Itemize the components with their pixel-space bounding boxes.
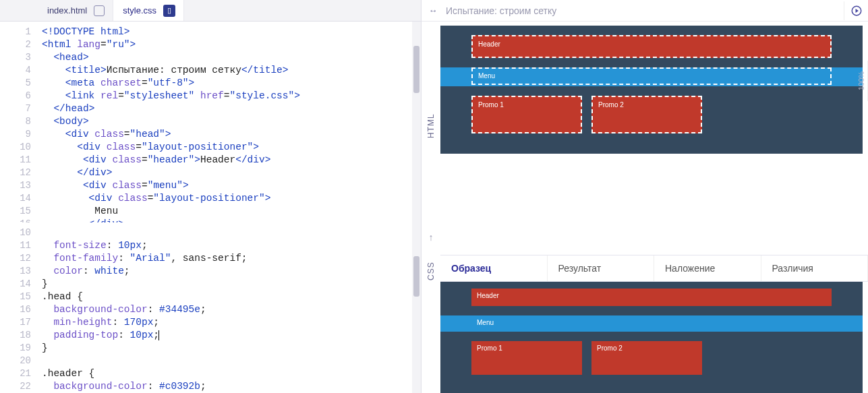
tab-label: style.css <box>123 5 156 16</box>
side-label-css[interactable]: CSS <box>422 251 440 291</box>
side-labels: HTML ↑ CSS <box>422 22 440 393</box>
blank-gap <box>440 154 868 255</box>
sample-promo-2: Promo 2 <box>591 341 702 375</box>
tab-overlay[interactable]: Наложение <box>654 255 761 281</box>
app-root: index.html style.css ▯ 12345678910111213… <box>0 0 868 393</box>
line-gutter: 10111213141516171819202122 <box>0 222 38 393</box>
preview-header: ↔ Испытание: строим сетку <box>422 0 868 22</box>
result-tabs: Образец Результат Наложение Различия <box>440 255 868 282</box>
tab-style-css[interactable]: style.css ▯ <box>113 0 184 21</box>
preview-header-block: Header <box>471 35 832 58</box>
preview-title: Испытание: строим сетку <box>446 5 837 16</box>
preview-promo-2: Promo 2 <box>591 96 702 133</box>
scrollbar[interactable] <box>412 22 421 222</box>
side-label-html[interactable]: HTML <box>422 22 440 231</box>
sample-menu-bar <box>440 315 863 332</box>
file-tabs-bar: index.html style.css ▯ <box>0 0 421 22</box>
editor-pane: index.html style.css ▯ 12345678910111213… <box>0 0 422 393</box>
scrollbar-thumb[interactable] <box>413 256 419 297</box>
editors-container: 12345678910111213141516 <!DOCTYPE html> … <box>0 22 421 393</box>
split-icon[interactable] <box>94 5 105 16</box>
sample-menu-block: Menu <box>471 315 499 332</box>
tab-label: index.html <box>47 5 87 16</box>
resize-icon[interactable]: ↔ <box>427 5 439 17</box>
preview-menu-block: Menu <box>471 67 832 85</box>
code-area-css[interactable]: font-size: 10px; font-family: "Arial", s… <box>38 222 421 393</box>
preview-pane: ↔ Испытание: строим сетку HTML ↑ CSS Hea… <box>422 0 868 393</box>
sample-promo-1: Promo 1 <box>471 341 582 375</box>
split-icon[interactable]: ▯ <box>163 5 175 17</box>
gutter-spacer <box>0 0 38 21</box>
tab-sample[interactable]: Образец <box>440 255 548 281</box>
zoom-indicator[interactable]: 100% <box>855 61 868 101</box>
scrollbar-thumb[interactable] <box>413 46 419 93</box>
preview-stack: HTML ↑ CSS Header Menu Promo 1 Promo 2 О… <box>422 22 868 393</box>
preview-column: Header Menu Promo 1 Promo 2 Образец Резу… <box>440 22 868 393</box>
scrollbar[interactable] <box>412 222 421 393</box>
preview-promo-1: Promo 1 <box>471 96 582 133</box>
live-preview[interactable]: Header Menu Promo 1 Promo 2 <box>440 26 863 154</box>
run-button[interactable] <box>844 1 863 20</box>
tab-result[interactable]: Результат <box>548 255 655 281</box>
tab-diff[interactable]: Различия <box>761 255 869 281</box>
editor-css[interactable]: 10111213141516171819202122 font-size: 10… <box>0 222 421 393</box>
sample-header-block: Header <box>471 289 832 306</box>
text-cursor <box>158 330 159 340</box>
collapse-arrow-icon[interactable]: ↑ <box>422 231 440 244</box>
sample-preview: Header Menu Promo 1 Promo 2 <box>440 282 863 393</box>
code-area-html[interactable]: <!DOCTYPE html> <html lang="ru"> <head> … <box>38 22 421 222</box>
editor-html[interactable]: 12345678910111213141516 <!DOCTYPE html> … <box>0 22 421 222</box>
line-gutter: 12345678910111213141516 <box>0 22 38 222</box>
tab-index-html[interactable]: index.html <box>38 0 113 21</box>
